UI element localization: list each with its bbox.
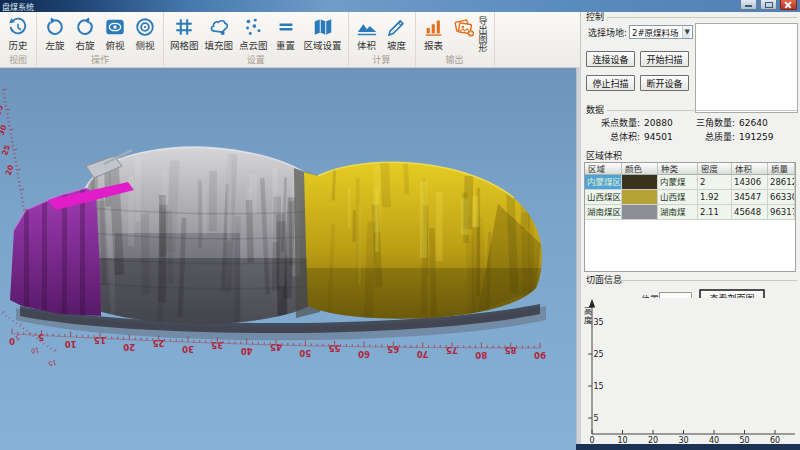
svg-text:0: 0 <box>9 336 15 346</box>
side-view-button[interactable]: 侧视 <box>130 14 160 52</box>
table-column-header: 质量 <box>768 163 795 175</box>
ribbon-button-label: 点云图 <box>239 40 268 51</box>
svg-text:35: 35 <box>594 318 604 327</box>
table-row[interactable]: 山西煤区山西煤1.923454766330 <box>585 190 795 205</box>
reset-button[interactable]: 重置 <box>271 14 301 52</box>
rotate-right-button[interactable]: 右旋 <box>70 14 100 52</box>
ribbon-group-label: 视图 <box>3 54 33 67</box>
svg-text:85: 85 <box>505 345 517 355</box>
disconnect-device-button[interactable]: 断开设备 <box>640 75 689 91</box>
stat-label: 采点数量: <box>586 118 640 128</box>
table-column-header: 颜色 <box>622 163 658 175</box>
ribbon-button-label: 侧视 <box>135 40 154 51</box>
restore-icon[interactable] <box>760 0 777 10</box>
app-window: 盘煤系统 历史视图左旋右旋俯视侧视操作网格图填充图点云图重置区域设置设置体积坡度… <box>0 0 800 450</box>
density-cell: 2.11 <box>698 205 732 220</box>
ribbon-group-buttons: 左旋右旋俯视侧视 <box>40 14 160 54</box>
svg-text:30: 30 <box>182 344 194 354</box>
volume-cell: 45648 <box>732 205 768 220</box>
titlebar: 盘煤系统 <box>0 0 800 12</box>
history-button[interactable]: 历史 <box>3 14 33 52</box>
fill-map-button[interactable]: 填充图 <box>202 14 237 52</box>
color-swatch <box>622 190 658 205</box>
stat-value: 20880 <box>644 118 673 128</box>
region-settings-button[interactable]: 区域设置 <box>301 14 345 52</box>
grid-map-icon <box>172 15 196 39</box>
ribbon-group-label: 输出 <box>419 54 491 67</box>
svg-text:60: 60 <box>358 349 370 359</box>
ribbon-button-label: 报表 <box>424 40 443 51</box>
window-controls <box>740 0 797 10</box>
top-view-button[interactable]: 俯视 <box>100 14 130 52</box>
volume-cell: 14306 <box>732 175 768 190</box>
region-cell: 山西煤区 <box>585 190 622 205</box>
group-divider <box>607 17 797 18</box>
ribbon-group-buttons: 体积坡度 <box>352 14 412 54</box>
site-select-dropdown[interactable]: 2#原煤料场 ▼ <box>629 25 693 39</box>
svg-text:10: 10 <box>617 436 627 444</box>
minimize-icon[interactable] <box>740 0 757 10</box>
ribbon-group: 网格图填充图点云图重置区域设置设置 <box>164 12 349 67</box>
stat-label: 总体积: <box>586 132 640 142</box>
stop-scan-button[interactable]: 停止扫描 <box>586 75 635 91</box>
ribbon-button-label: 右旋 <box>75 40 94 51</box>
table-header-row: 区域颜色种类密度体积质量 <box>585 163 795 175</box>
ribbon-group: 报表导出图形输出 <box>416 12 495 67</box>
ribbon-button-label: 坡度 <box>387 40 406 51</box>
reset-icon <box>274 15 298 39</box>
close-icon[interactable] <box>780 0 797 10</box>
report-button[interactable]: 报表 <box>419 14 449 52</box>
color-swatch <box>622 205 658 220</box>
table-column-header: 密度 <box>698 163 732 175</box>
table-column-header: 种类 <box>658 163 698 175</box>
point-cloud-button[interactable]: 点云图 <box>236 14 271 52</box>
table-row[interactable]: 内蒙煤区内蒙煤21430628612 <box>585 175 795 190</box>
profile-chart: 高度51525350102030405060 <box>581 298 798 444</box>
table-column-header: 体积 <box>732 163 768 175</box>
svg-text:70: 70 <box>417 349 429 359</box>
ribbon-group-buttons: 网格图填充图点云图重置区域设置 <box>167 14 345 54</box>
device-log-listbox[interactable] <box>695 23 798 113</box>
svg-text:5: 5 <box>594 414 599 423</box>
svg-text:35: 35 <box>211 340 223 350</box>
grid-map-button[interactable]: 网格图 <box>167 14 202 52</box>
svg-text:65: 65 <box>387 344 399 354</box>
3d-scene-viewport[interactable]: 2025303540510150510152025303540455055606… <box>0 68 576 450</box>
volume-button[interactable]: 体积 <box>352 14 382 52</box>
svg-text:50: 50 <box>299 348 311 358</box>
side-view-icon <box>133 15 157 39</box>
ribbon-button-label: 区域设置 <box>304 40 342 51</box>
ribbon-group-buttons: 报表导出图形 <box>419 14 491 54</box>
ribbon-group: 左旋右旋俯视侧视操作 <box>37 12 164 67</box>
slope-button[interactable]: 坡度 <box>382 14 412 52</box>
mass-cell: 28612 <box>768 175 795 190</box>
table-column-header: 区域 <box>585 163 622 175</box>
region-volume-title: 区域体积 <box>586 152 622 161</box>
stat-value: 191259 <box>739 132 773 142</box>
start-scan-button[interactable]: 开始扫描 <box>640 51 689 67</box>
window-bottom-edge <box>576 444 800 450</box>
svg-text:60: 60 <box>770 436 780 444</box>
svg-text:10: 10 <box>65 339 77 349</box>
site-select-value: 2#原煤料场 <box>632 26 679 38</box>
ribbon-group-buttons: 历史 <box>3 14 33 54</box>
region-volume-table[interactable]: 区域颜色种类密度体积质量内蒙煤区内蒙煤21430628612山西煤区山西煤1.9… <box>584 162 796 272</box>
svg-text:45: 45 <box>270 342 282 352</box>
mass-cell: 96317 <box>768 205 795 220</box>
svg-text:15: 15 <box>94 335 106 345</box>
section-info-title: 切面信息 <box>586 276 622 285</box>
stat-label: 总质量: <box>681 132 735 142</box>
control-group-title: 控制 <box>586 13 604 22</box>
svg-text:20: 20 <box>648 436 658 444</box>
table-row[interactable]: 湖南煤区湖南煤2.114564896317 <box>585 205 795 220</box>
stat-value: 94501 <box>644 132 673 142</box>
svg-text:0: 0 <box>589 436 594 444</box>
rotate-left-icon <box>43 15 67 39</box>
export-image-button[interactable]: 导出图形 <box>449 14 491 53</box>
svg-text:75: 75 <box>446 345 458 355</box>
density-cell: 1.92 <box>698 190 732 205</box>
rotate-left-button[interactable]: 左旋 <box>40 14 70 52</box>
ribbon-button-label: 网格图 <box>170 40 199 51</box>
svg-text:80: 80 <box>475 350 487 360</box>
connect-device-button[interactable]: 连接设备 <box>586 51 635 67</box>
